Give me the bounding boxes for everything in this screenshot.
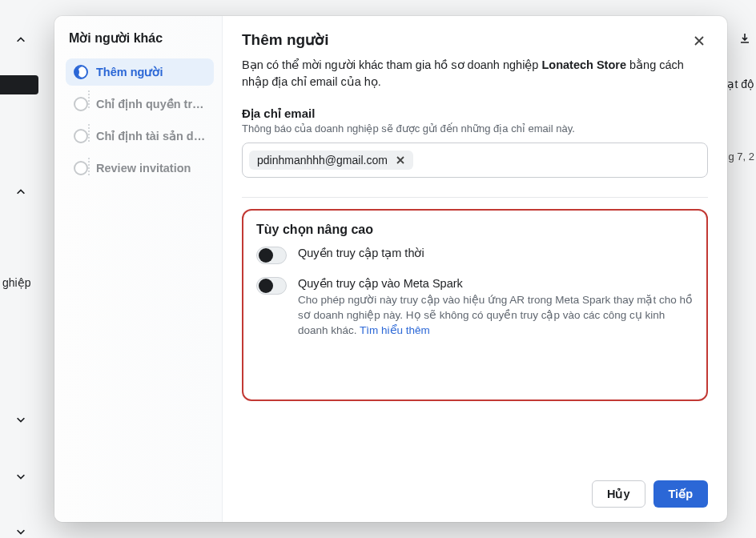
cancel-button[interactable]: Hủy xyxy=(592,480,645,508)
step-label: Chỉ định quyền tr… xyxy=(96,98,206,110)
chevron-up-icon[interactable] xyxy=(14,34,27,46)
close-icon[interactable] xyxy=(689,30,710,51)
toggle-switch[interactable] xyxy=(256,247,287,264)
modal-footer: Hủy Tiếp xyxy=(242,471,708,508)
step-bullet-icon xyxy=(74,129,88,143)
step-label: Thêm người xyxy=(96,66,206,78)
toggle-title: Quyền truy cập tạm thời xyxy=(298,247,694,259)
section-divider xyxy=(242,197,708,198)
step-connector xyxy=(88,124,90,142)
email-field-label: Địa chỉ email xyxy=(242,106,708,121)
download-icon[interactable] xyxy=(737,30,753,46)
next-button[interactable]: Tiếp xyxy=(653,480,708,508)
step-bullet-icon xyxy=(74,97,88,111)
modal-stepper-sidebar: Mời người khác Thêm người Chỉ định quyền… xyxy=(54,16,223,522)
step-connector xyxy=(88,90,90,108)
toggle-knob xyxy=(259,279,273,293)
modal-intro-text: Bạn có thể mời người khác tham gia hồ sơ… xyxy=(242,57,708,90)
modal-main: Thêm người Bạn có thể mời người khác tha… xyxy=(223,16,727,522)
step-bullet-icon xyxy=(74,161,88,175)
bg-text-fragment: g 7, 2 xyxy=(728,151,754,163)
advanced-options-title: Tùy chọn nâng cao xyxy=(256,222,694,237)
learn-more-link[interactable]: Tìm hiểu thêm xyxy=(360,324,430,336)
email-input[interactable]: pdinhmanhhh@gmail.com xyxy=(242,143,708,178)
bg-left-sidebar xyxy=(0,0,44,538)
email-chip: pdinhmanhhh@gmail.com xyxy=(249,151,413,170)
toggle-description: Cho phép người này truy cập vào hiệu ứng… xyxy=(298,293,694,339)
step-label: Review invitation xyxy=(96,162,206,175)
step-add-people[interactable]: Thêm người xyxy=(66,58,214,86)
step-connector xyxy=(88,158,90,175)
chevron-up-icon[interactable] xyxy=(14,186,27,199)
toggle-temporary-access: Quyền truy cập tạm thời xyxy=(256,247,694,264)
chevron-down-icon[interactable] xyxy=(14,470,27,483)
step-bullet-icon xyxy=(74,65,88,79)
remove-chip-icon[interactable] xyxy=(394,154,407,167)
modal-sidebar-title: Mời người khác xyxy=(69,30,211,46)
toggle-switch[interactable] xyxy=(256,277,287,295)
intro-pre: Bạn có thể mời người khác tham gia hồ sơ… xyxy=(242,58,541,71)
toggle-title: Quyền truy cập vào Meta Spark xyxy=(298,277,694,290)
toggle-knob xyxy=(259,248,273,263)
invite-people-modal: Mời người khác Thêm người Chỉ định quyền… xyxy=(54,16,727,522)
bg-text-fragment: ạt độ xyxy=(727,78,754,90)
modal-title: Thêm người xyxy=(242,30,708,49)
toggle-meta-spark-access: Quyền truy cập vào Meta Spark Cho phép n… xyxy=(256,277,694,339)
email-field-sublabel: Thông báo của doanh nghiệp sẽ được gửi đ… xyxy=(242,122,708,134)
chevron-down-icon[interactable] xyxy=(14,413,27,426)
step-label: Chỉ định tài sản d… xyxy=(96,130,206,143)
chevron-down-icon[interactable] xyxy=(14,525,27,538)
bg-text-fragment: ghiệp xyxy=(2,276,30,289)
bg-selected-nav-item[interactable] xyxy=(0,75,38,94)
toggle-desc-text: Cho phép người này truy cập vào hiệu ứng… xyxy=(298,294,693,336)
advanced-options-highlight: Tùy chọn nâng cao Quyền truy cập tạm thờ… xyxy=(242,209,708,401)
modal-stepper: Thêm người Chỉ định quyền tr… Chỉ định t… xyxy=(66,58,214,182)
intro-business-name: Lonatech Store xyxy=(541,58,626,71)
email-chip-text: pdinhmanhhh@gmail.com xyxy=(257,154,388,167)
